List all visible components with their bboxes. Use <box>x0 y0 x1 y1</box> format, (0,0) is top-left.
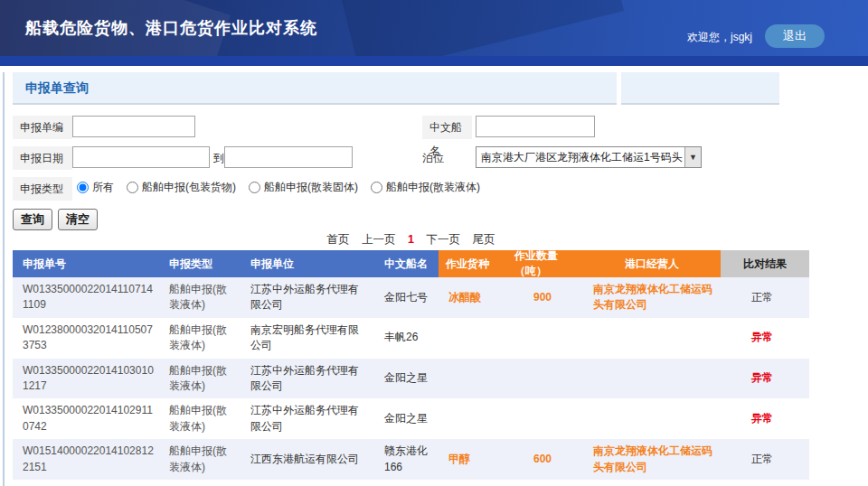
report-type-option[interactable]: 船舶申报(散装固体) <box>249 180 358 195</box>
table-cell: 船舶申报(散装液体) <box>159 318 241 359</box>
column-header: 申报单号 <box>13 250 159 277</box>
table-cell: 南京龙翔液体化工储运码头有限公司 <box>583 439 721 480</box>
table-cell: 金阳之星 <box>374 398 439 439</box>
column-header: 申报类型 <box>159 250 241 277</box>
table-cell: 江西东港航运有限公司 <box>241 439 374 480</box>
table-cell: W015140000220141028122151 <box>13 439 159 480</box>
radio-button-icon[interactable] <box>127 182 138 193</box>
table-body: W013350000220141107141109船舶申报(散装液体)江苏中外运… <box>13 277 809 480</box>
table-cell: 江苏中外运船务代理有限公司 <box>241 277 374 318</box>
tab-declaration-query[interactable] <box>13 72 617 105</box>
clear-button[interactable]: 清空 <box>58 209 98 230</box>
banner-decoration <box>335 0 624 56</box>
table-cell: 赣东港化166 <box>374 439 439 480</box>
table-cell <box>583 398 721 439</box>
page-left-border <box>3 72 5 486</box>
table-cell: 甲醇 <box>439 439 507 480</box>
report-type-option-label: 船舶申报(散装固体) <box>264 180 358 195</box>
table-cell: 丰帆26 <box>374 318 439 359</box>
table-cell: 异常 <box>721 398 809 439</box>
pagination-current-page: 1 <box>408 233 414 246</box>
berth-select[interactable]: 南京港大厂港区龙翔液体化工储运1号码头 ▼ <box>476 146 702 168</box>
app-title: 船载危险货物、港口危货作业比对系统 <box>25 17 317 39</box>
report-no-label: 申报单编号 <box>13 116 72 139</box>
table-cell: 600 <box>507 439 583 480</box>
table-cell: 江苏中外运船务代理有限公司 <box>241 359 374 399</box>
column-header: 中文船名 <box>374 250 439 277</box>
radio-button-icon[interactable] <box>371 182 382 193</box>
report-no-input[interactable] <box>72 116 195 137</box>
pagination-last[interactable]: 尾页 <box>472 233 495 246</box>
report-type-option-label: 所有 <box>92 180 114 195</box>
report-type-options: 所有船舶申报(包装货物)船舶申报(散装固体)船舶申报(散装液体) <box>77 180 480 195</box>
table-cell: W012380000320141105073753 <box>13 318 159 359</box>
dropdown-arrow-icon[interactable]: ▼ <box>684 147 701 167</box>
table-cell <box>507 359 583 399</box>
table-cell <box>507 318 583 359</box>
table-cell <box>439 318 507 359</box>
table-cell: 冰醋酸 <box>439 277 507 318</box>
berth-label: 泊位 <box>422 146 472 170</box>
table-cell: 江苏中外运船务代理有限公司 <box>241 398 374 439</box>
query-button[interactable]: 查询 <box>13 209 52 230</box>
table-cell: W013350000220141029110742 <box>13 398 159 439</box>
table-cell: 异常 <box>721 359 809 399</box>
column-header: 作业数量（吨） <box>507 250 583 277</box>
table-row: W013350000220141029110742船舶申报(散装液体)江苏中外运… <box>13 398 809 439</box>
ship-name-label: 中文船名 <box>422 116 472 139</box>
date-from-input[interactable] <box>72 146 210 168</box>
table-row: W013350000220141107141109船舶申报(散装液体)江苏中外运… <box>13 277 809 318</box>
pagination-prev[interactable]: 上一页 <box>362 233 396 246</box>
column-header: 比对结果 <box>721 250 809 277</box>
table-row: W013350000220141030101217船舶申报(散装液体)江苏中外运… <box>13 359 809 399</box>
table-cell: 船舶申报(散装液体) <box>159 277 241 318</box>
table-cell: W013350000220141107141109 <box>13 277 159 318</box>
logout-button[interactable]: 退出 <box>765 24 825 48</box>
table-cell: 异常 <box>721 318 809 359</box>
table-cell <box>439 398 507 439</box>
report-type-option-label: 船舶申报(包装货物) <box>142 180 236 195</box>
column-header: 申报单位 <box>241 250 374 277</box>
table-cell: 金阳七号 <box>374 277 439 318</box>
app-header: 船载危险货物、港口危货作业比对系统 欢迎您，jsgkj 退出 <box>0 0 868 56</box>
table-cell <box>507 398 583 439</box>
date-to-input[interactable] <box>224 146 353 168</box>
table-cell: 金阳之星 <box>374 359 439 399</box>
pagination: 首页 上一页 1 下一页 尾页 <box>13 232 809 248</box>
table-header-row: 申报单号申报类型申报单位中文船名作业货种作业数量（吨）港口经营人比对结果 <box>13 250 809 277</box>
welcome-text: 欢迎您，jsgkj <box>687 30 752 45</box>
table-row: W012380000320141105073753船舶申报(散装液体)南京宏明船… <box>13 318 809 359</box>
report-type-option[interactable]: 船舶申报(包装货物) <box>127 180 236 195</box>
date-to-separator: 到 <box>213 151 224 166</box>
table-cell: 船舶申报(散装液体) <box>159 398 241 439</box>
table-cell: 900 <box>507 277 583 318</box>
table-cell <box>583 359 721 399</box>
report-type-option[interactable]: 船舶申报(散装液体) <box>371 180 480 195</box>
table-row: W015140000220141028122151船舶申报(散装液体)江西东港航… <box>13 439 809 480</box>
page-title: 申报单查询 <box>25 80 89 97</box>
report-type-option[interactable]: 所有 <box>77 180 114 195</box>
table-cell: 正常 <box>721 439 809 480</box>
ship-name-input[interactable] <box>476 116 595 137</box>
table-cell: 正常 <box>721 277 809 318</box>
radio-button-icon[interactable] <box>77 182 89 193</box>
table-cell: 船舶申报(散装液体) <box>159 439 241 480</box>
table-cell <box>583 318 721 359</box>
table-cell: 南京龙翔液体化工储运码头有限公司 <box>583 277 721 318</box>
table-cell: W013350000220141030101217 <box>13 359 159 399</box>
report-date-label: 申报日期 <box>13 146 72 170</box>
column-header: 港口经营人 <box>583 250 721 277</box>
pagination-next[interactable]: 下一页 <box>426 233 460 246</box>
results-table: 申报单号申报类型申报单位中文船名作业货种作业数量（吨）港口经营人比对结果 W01… <box>13 250 809 480</box>
pagination-first[interactable]: 首页 <box>327 233 350 246</box>
report-type-option-label: 船舶申报(散装液体) <box>386 180 480 195</box>
berth-selected-value: 南京港大厂港区龙翔液体化工储运1号码头 <box>476 150 684 165</box>
table-cell: 南京宏明船务代理有限公司 <box>241 318 374 359</box>
table-cell: 船舶申报(散装液体) <box>159 359 241 399</box>
table-cell <box>439 359 507 399</box>
column-header: 作业货种 <box>439 250 507 277</box>
report-type-label: 申报类型 <box>13 177 72 201</box>
banner-bottom-strip <box>0 56 868 66</box>
tab-bar-segment <box>621 72 779 105</box>
radio-button-icon[interactable] <box>249 182 260 193</box>
